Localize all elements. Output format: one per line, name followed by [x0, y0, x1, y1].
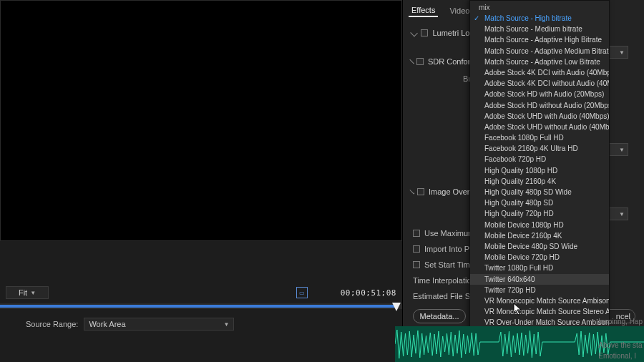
preset-option-label: VR Over-Under Match Source Ambisonics — [484, 318, 609, 326]
chevron-down-icon: ▼ — [223, 321, 229, 328]
preset-option-label: Twitter 640x640 — [484, 275, 535, 283]
checkbox[interactable] — [417, 188, 424, 195]
preset-option-label: Adobe Stock HD without Audio (20Mbps) — [484, 102, 609, 109]
preset-option[interactable]: Mobile Device 720p HD — [470, 252, 609, 263]
preset-option[interactable]: Twitter 720p HD — [470, 285, 609, 295]
source-range-select[interactable]: Work Area ▼ — [84, 318, 234, 331]
chevron-down-icon: ▼ — [619, 147, 625, 153]
preset-option-label: Facebook 720p HD — [484, 155, 546, 163]
zoom-fit-select[interactable]: Fit ▼ — [6, 286, 49, 299]
source-range-label: Source Range: — [26, 320, 78, 328]
twisty-icon[interactable] — [409, 189, 414, 194]
preset-option-label: Adobe Stock 4K DCI with Audio (40Mbps) — [484, 69, 609, 77]
preset-option[interactable]: High Quality 1080p HD — [470, 165, 609, 176]
preset-option[interactable]: Twitter 1080p Full HD — [470, 263, 609, 273]
preset-option-label: Twitter 1080p Full HD — [484, 264, 553, 272]
preset-option-label: Match Source - High bitrate — [484, 14, 572, 22]
preset-option-label: High Quality 720p HD — [484, 210, 554, 217]
checkbox[interactable] — [416, 58, 424, 65]
preset-option[interactable]: Facebook 2160p 4K Ultra HD — [470, 143, 609, 154]
preset-option[interactable]: Mobile Device 1080p HD — [470, 220, 609, 230]
checkbox[interactable] — [421, 29, 428, 36]
preset-option[interactable]: Match Source - Adaptive Low Bitrate — [470, 57, 609, 67]
preset-option-label: Match Source - Medium bitrate — [484, 25, 582, 33]
preset-option[interactable]: High Quality 480p SD — [470, 197, 609, 208]
preset-option-label: Adobe Stock UHD without Audio (40Mbps) — [484, 123, 609, 131]
preset-option[interactable]: High Quality 480p SD Wide — [470, 187, 609, 197]
playbar-progress — [0, 305, 395, 308]
viewer-controls: Fit ▼ ▭ 00;00;51;08 — [0, 286, 402, 299]
preset-option-label: Mobile Device 2160p 4K — [484, 232, 562, 240]
check-icon: ✓ — [474, 13, 479, 24]
preset-option[interactable]: ✓Match Source - High bitrate — [470, 13, 609, 24]
twisty-icon[interactable] — [409, 59, 414, 64]
preset-option-label: VR Monoscopic Match Source Stereo Audio — [484, 308, 609, 315]
preset-option[interactable]: Adobe Stock HD without Audio (20Mbps) — [470, 100, 609, 111]
preset-option[interactable]: High Quality 720p HD — [470, 208, 609, 219]
preset-option[interactable]: Adobe Stock HD with Audio (20Mbps) — [470, 89, 609, 99]
chevron-down-icon: ▼ — [619, 49, 625, 56]
preset-option-label: High Quality 1080p HD — [484, 167, 557, 175]
tab-effects[interactable]: Effects — [409, 4, 438, 17]
preset-option[interactable]: Adobe Stock 4K DCI without Audio (40Mbps… — [470, 78, 609, 89]
preset-option-label: Twitter 720p HD — [484, 286, 536, 294]
preset-option-label: Mobile Device 720p HD — [484, 253, 560, 261]
program-viewer — [0, 0, 402, 241]
safe-margins-icon[interactable]: ▭ — [296, 287, 308, 298]
preset-option[interactable]: Adobe Stock UHD without Audio (40Mbps) — [470, 122, 609, 132]
preset-option-label: Mobile Device 480p SD Wide — [484, 243, 577, 250]
checkbox[interactable] — [413, 230, 420, 237]
preset-option[interactable]: Mobile Device 2160p 4K — [470, 230, 609, 241]
chevron-down-icon: ▼ — [30, 290, 36, 296]
preset-option-label: Adobe Stock UHD with Audio (40Mbps) — [484, 112, 609, 120]
preset-option-label: VR Monoscopic Match Source Ambisonics — [484, 297, 609, 305]
preset-option-label: High Quality 480p SD Wide — [484, 188, 572, 196]
preset-option[interactable]: Match Source - Medium bitrate — [470, 24, 609, 34]
preset-option-label: Match Source - Adaptive Low Bitrate — [484, 58, 600, 66]
effect-image-overlay[interactable]: Image Overla — [411, 187, 476, 196]
music-tag-b: Above the sta — [598, 341, 642, 349]
tab-video[interactable]: Video — [447, 5, 472, 16]
preset-option[interactable]: Match Source - Adaptive High Bitrate — [470, 34, 609, 45]
preset-option[interactable]: VR Monoscopic Match Source Stereo Audio — [470, 306, 609, 317]
preset-option[interactable]: High Quality 2160p 4K — [470, 176, 609, 187]
preset-option[interactable]: Facebook 720p HD — [470, 154, 609, 165]
time-interp-label: Time Interpolation: — [413, 276, 478, 285]
twisty-icon[interactable] — [410, 29, 418, 37]
preset-option[interactable]: Match Source - Adaptive Medium Bitrate — [470, 46, 609, 57]
preset-option[interactable]: VR Monoscopic Match Source Ambisonics — [470, 295, 609, 306]
effects-list: Lumetri Lool SDR Conform Br Image Overla — [411, 29, 476, 196]
preset-option-label: Match Source - Adaptive High Bitrate — [484, 36, 602, 44]
preset-dropdown[interactable]: mix ✓Match Source - High bitrateMatch So… — [469, 0, 610, 362]
dropdown-list: ✓Match Source - High bitrateMatch Source… — [470, 13, 609, 350]
checkbox[interactable] — [413, 245, 420, 253]
playbar[interactable] — [0, 303, 402, 309]
music-tag-c: Emotional, I — [598, 352, 636, 360]
preset-option-label: Facebook 1080p Full HD — [484, 134, 564, 142]
music-tags: Inspiring, Hap Above the sta Emotional, … — [598, 318, 643, 360]
video-preview — [1, 1, 401, 240]
metadata-button[interactable]: Metadata... — [413, 309, 466, 323]
preset-option-label: Facebook 2160p 4K Ultra HD — [484, 145, 578, 152]
preset-option-label: Mobile Device 1080p HD — [484, 221, 564, 229]
checkbox[interactable] — [413, 261, 420, 268]
tab-row: Effects Video — [409, 3, 472, 19]
zoom-fit-label: Fit — [19, 288, 27, 297]
preset-option-label: Adobe Stock HD with Audio (20Mbps) — [484, 90, 604, 98]
preset-option[interactable]: Facebook 1080p Full HD — [470, 132, 609, 143]
dropdown-search[interactable]: mix — [470, 1, 609, 13]
preset-option[interactable]: Mobile Device 480p SD Wide — [470, 241, 609, 252]
preset-option[interactable]: Adobe Stock 4K DCI with Audio (40Mbps) — [470, 67, 609, 78]
source-range-value: Work Area — [89, 320, 125, 328]
preset-option-label: High Quality 2160p 4K — [484, 177, 556, 185]
chevron-down-icon: ▼ — [619, 211, 625, 217]
effect-lumetri[interactable]: Lumetri Lool — [411, 29, 476, 37]
preset-option[interactable]: Twitter 640x640 — [470, 274, 609, 285]
music-tag-a: Inspiring, Hap — [598, 318, 643, 326]
preset-option-label: Adobe Stock 4K DCI without Audio (40Mbps… — [484, 79, 609, 87]
preset-option-label: Match Source - Adaptive Medium Bitrate — [484, 47, 609, 55]
preset-option-label: High Quality 480p SD — [484, 199, 553, 207]
timecode-readout: 00;00;51;08 — [341, 288, 396, 298]
effect-sdr[interactable]: SDR Conform — [411, 57, 476, 66]
preset-option[interactable]: Adobe Stock UHD with Audio (40Mbps) — [470, 111, 609, 122]
